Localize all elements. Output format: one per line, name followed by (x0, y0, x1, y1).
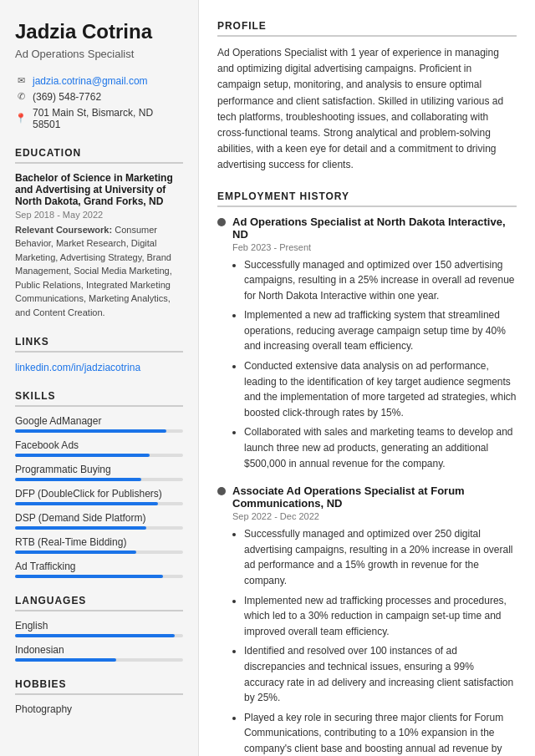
list-item: Identified and resolved over 100 instanc… (244, 643, 517, 705)
languages-section-title: LANGUAGES (15, 595, 183, 611)
list-item: Successfully managed and optimized over … (244, 257, 517, 304)
language-bar-fill (15, 634, 175, 637)
skill-item: DFP (DoubleClick for Publishers) (15, 488, 183, 505)
language-bar-fill (15, 658, 116, 662)
job-date: Sep 2022 - Dec 2022 (232, 511, 517, 521)
linkedin-link[interactable]: linkedin.com/in/jadziacotrina (15, 362, 140, 373)
email-icon: ✉ (15, 75, 27, 87)
skill-bar-fill (15, 454, 150, 457)
profile-section-title: PROFILE (217, 20, 517, 37)
skill-bar-fill (15, 502, 158, 505)
main-content: PROFILE Ad Operations Specialist with 1 … (199, 0, 535, 756)
links-section-title: LINKS (15, 336, 183, 353)
candidate-title: Ad Operations Specialist (15, 48, 183, 60)
skill-label: RTB (Real-Time Bidding) (15, 536, 183, 548)
list-item: Played a key role in securing three majo… (244, 710, 517, 756)
jobs-list: Ad Operations Specialist at North Dakota… (217, 216, 517, 757)
hobby-item: Photography (15, 703, 183, 715)
skills-section-title: SKILLS (15, 390, 183, 407)
skill-bar-fill (15, 551, 136, 554)
skill-bar-bg (15, 454, 183, 457)
languages-list: English Indonesian (15, 620, 183, 662)
skill-bar-fill (15, 478, 141, 481)
list-item: Collaborated with sales and marketing te… (244, 424, 517, 471)
skill-item: Google AdManager (15, 415, 183, 433)
skill-bar-fill (15, 575, 163, 578)
skill-label: DFP (DoubleClick for Publishers) (15, 488, 183, 500)
language-bar-bg (15, 658, 183, 662)
hobbies-section-title: HOBBIES (15, 678, 183, 695)
edu-date: Sep 2018 - May 2022 (15, 210, 183, 220)
coursework-label: Relevant Coursework: (15, 225, 112, 235)
skill-bar-bg (15, 575, 183, 578)
candidate-name: Jadzia Cotrina (15, 20, 183, 44)
skill-label: Ad Trafficking (15, 561, 183, 572)
location-icon: 📍 (15, 113, 27, 124)
edu-coursework: Relevant Coursework: Consumer Behavior, … (15, 223, 183, 320)
skill-bar-bg (15, 478, 183, 481)
skill-label: Facebook Ads (15, 439, 183, 451)
edu-degree: Bachelor of Science in Marketing and Adv… (15, 172, 183, 207)
contact-phone: ✆ (369) 548-7762 (15, 91, 183, 103)
list-item: Implemented new ad trafficking processes… (244, 593, 517, 640)
linkedin-link-item: linkedin.com/in/jadziacotrina (15, 361, 183, 373)
job-title: Associate Ad Operations Specialist at Fo… (232, 485, 517, 510)
skill-label: Google AdManager (15, 415, 183, 427)
skills-list: Google AdManager Facebook Ads Programmat… (15, 415, 183, 578)
job-dot (217, 487, 226, 495)
skill-item: RTB (Real-Time Bidding) (15, 536, 183, 554)
list-item: Successfully managed and optimized over … (244, 526, 517, 588)
skill-item: Ad Trafficking (15, 561, 183, 578)
skill-bar-fill (15, 429, 166, 433)
language-label: Indonesian (15, 644, 183, 656)
education-section-title: EDUCATION (15, 147, 183, 164)
job-title-row: Ad Operations Specialist at North Dakota… (217, 216, 517, 241)
email-link[interactable]: jadzia.cotrina@gmail.com (33, 75, 148, 87)
sidebar: Jadzia Cotrina Ad Operations Specialist … (0, 0, 199, 756)
contact-email: ✉ jadzia.cotrina@gmail.com (15, 75, 183, 87)
skill-item: Programmatic Buying (15, 464, 183, 481)
skill-item: DSP (Demand Side Platform) (15, 512, 183, 530)
skill-bar-bg (15, 551, 183, 554)
job-bullets: Successfully managed and optimized over … (232, 257, 517, 472)
employment-section-title: EMPLOYMENT HISTORY (217, 190, 517, 207)
skill-bar-bg (15, 502, 183, 505)
coursework-text: Consumer Behavior, Market Research, Digi… (15, 225, 172, 317)
skill-bar-bg (15, 429, 183, 433)
address-text: 701 Main St, Bismarck, ND 58501 (33, 107, 183, 130)
job-title: Ad Operations Specialist at North Dakota… (232, 216, 517, 241)
job-entry: Associate Ad Operations Specialist at Fo… (217, 485, 517, 756)
language-item: English (15, 620, 183, 637)
language-label: English (15, 620, 183, 632)
job-bullets: Successfully managed and optimized over … (232, 526, 517, 756)
skill-bar-fill (15, 526, 146, 530)
profile-text: Ad Operations Specialist with 1 year of … (217, 45, 517, 174)
skill-label: DSP (Demand Side Platform) (15, 512, 183, 524)
language-item: Indonesian (15, 644, 183, 662)
list-item: Implemented a new ad trafficking system … (244, 307, 517, 354)
phone-text: (369) 548-7762 (33, 91, 101, 103)
job-date: Feb 2023 - Present (232, 242, 517, 252)
job-entry: Ad Operations Specialist at North Dakota… (217, 216, 517, 472)
list-item: Conducted extensive data analysis on ad … (244, 358, 517, 420)
phone-icon: ✆ (15, 91, 27, 103)
job-title-row: Associate Ad Operations Specialist at Fo… (217, 485, 517, 510)
hobbies-list: Photography (15, 703, 183, 715)
skill-label: Programmatic Buying (15, 464, 183, 475)
skill-item: Facebook Ads (15, 439, 183, 457)
language-bar-bg (15, 634, 183, 637)
job-dot (217, 218, 226, 226)
skill-bar-bg (15, 526, 183, 530)
contact-address: 📍 701 Main St, Bismarck, ND 58501 (15, 107, 183, 130)
